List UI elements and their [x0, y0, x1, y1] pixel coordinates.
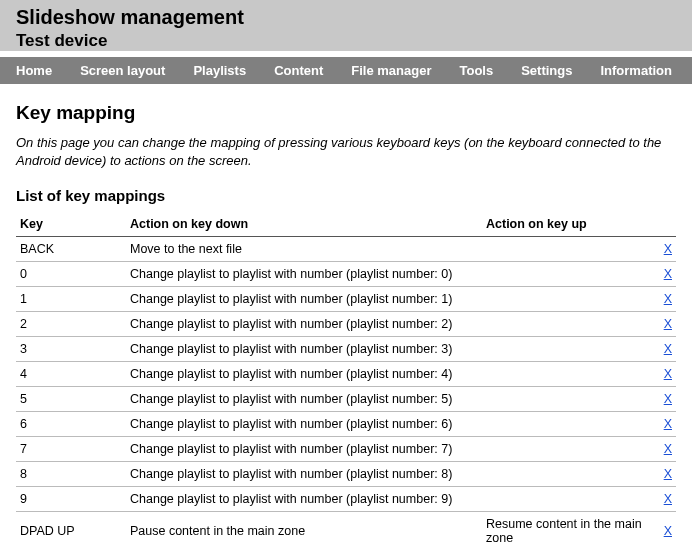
nav-content[interactable]: Content	[274, 63, 323, 78]
cell-action-up	[482, 437, 652, 462]
cell-delete: X	[652, 362, 676, 387]
delete-link[interactable]: X	[664, 292, 672, 306]
table-row: BACKMove to the next fileX	[16, 237, 676, 262]
cell-delete: X	[652, 387, 676, 412]
cell-delete: X	[652, 287, 676, 312]
nav-screen-layout[interactable]: Screen layout	[80, 63, 165, 78]
table-row: 7Change playlist to playlist with number…	[16, 437, 676, 462]
table-row: 5Change playlist to playlist with number…	[16, 387, 676, 412]
table-row: 8Change playlist to playlist with number…	[16, 462, 676, 487]
col-header-up: Action on key up	[482, 212, 652, 237]
cell-action-up	[482, 287, 652, 312]
cell-action-down: Pause content in the main zone	[126, 512, 482, 546]
cell-action-down: Move to the next file	[126, 237, 482, 262]
table-row: 3Change playlist to playlist with number…	[16, 337, 676, 362]
page-intro: On this page you can change the mapping …	[16, 134, 676, 169]
delete-link[interactable]: X	[664, 417, 672, 431]
key-mapping-table: Key Action on key down Action on key up …	[16, 212, 676, 546]
nav-playlists[interactable]: Playlists	[193, 63, 246, 78]
cell-action-down: Change playlist to playlist with number …	[126, 337, 482, 362]
cell-action-down: Change playlist to playlist with number …	[126, 312, 482, 337]
page-title: Key mapping	[16, 102, 676, 124]
cell-action-down: Change playlist to playlist with number …	[126, 262, 482, 287]
cell-action-up	[482, 362, 652, 387]
table-row: 2Change playlist to playlist with number…	[16, 312, 676, 337]
cell-key: 7	[16, 437, 126, 462]
cell-key: 8	[16, 462, 126, 487]
cell-delete: X	[652, 437, 676, 462]
delete-link[interactable]: X	[664, 524, 672, 538]
cell-delete: X	[652, 487, 676, 512]
cell-action-up	[482, 387, 652, 412]
list-title: List of key mappings	[16, 187, 676, 204]
cell-key: BACK	[16, 237, 126, 262]
table-row: 0Change playlist to playlist with number…	[16, 262, 676, 287]
main-nav: Home Screen layout Playlists Content Fil…	[0, 57, 692, 84]
delete-link[interactable]: X	[664, 317, 672, 331]
table-row: DPAD UPPause content in the main zoneRes…	[16, 512, 676, 546]
cell-action-up	[482, 412, 652, 437]
cell-action-up	[482, 337, 652, 362]
delete-link[interactable]: X	[664, 267, 672, 281]
table-row: 1Change playlist to playlist with number…	[16, 287, 676, 312]
cell-key: 6	[16, 412, 126, 437]
nav-home[interactable]: Home	[16, 63, 52, 78]
cell-action-down: Change playlist to playlist with number …	[126, 487, 482, 512]
nav-file-manager[interactable]: File manager	[351, 63, 431, 78]
cell-action-up	[482, 487, 652, 512]
delete-link[interactable]: X	[664, 467, 672, 481]
table-row: 4Change playlist to playlist with number…	[16, 362, 676, 387]
col-header-down: Action on key down	[126, 212, 482, 237]
delete-link[interactable]: X	[664, 242, 672, 256]
nav-settings[interactable]: Settings	[521, 63, 572, 78]
cell-delete: X	[652, 462, 676, 487]
cell-key: 2	[16, 312, 126, 337]
delete-link[interactable]: X	[664, 492, 672, 506]
header-block: Slideshow management Test device	[0, 0, 692, 51]
cell-action-down: Change playlist to playlist with number …	[126, 412, 482, 437]
cell-action-up	[482, 312, 652, 337]
app-title: Slideshow management	[16, 6, 676, 29]
cell-action-up	[482, 262, 652, 287]
cell-action-up	[482, 462, 652, 487]
cell-action-up: Resume content in the main zone	[482, 512, 652, 546]
cell-delete: X	[652, 237, 676, 262]
device-title: Test device	[16, 31, 676, 51]
cell-key: 3	[16, 337, 126, 362]
nav-information[interactable]: Information	[600, 63, 672, 78]
nav-tools[interactable]: Tools	[459, 63, 493, 78]
cell-key: 4	[16, 362, 126, 387]
delete-link[interactable]: X	[664, 442, 672, 456]
col-header-key: Key	[16, 212, 126, 237]
cell-key: 5	[16, 387, 126, 412]
cell-delete: X	[652, 512, 676, 546]
table-row: 6Change playlist to playlist with number…	[16, 412, 676, 437]
cell-key: DPAD UP	[16, 512, 126, 546]
cell-action-down: Change playlist to playlist with number …	[126, 462, 482, 487]
cell-delete: X	[652, 262, 676, 287]
cell-key: 9	[16, 487, 126, 512]
cell-delete: X	[652, 412, 676, 437]
cell-action-down: Change playlist to playlist with number …	[126, 362, 482, 387]
delete-link[interactable]: X	[664, 367, 672, 381]
cell-action-down: Change playlist to playlist with number …	[126, 287, 482, 312]
main-content: Key mapping On this page you can change …	[0, 84, 692, 546]
delete-link[interactable]: X	[664, 342, 672, 356]
cell-delete: X	[652, 312, 676, 337]
cell-action-down: Change playlist to playlist with number …	[126, 437, 482, 462]
cell-key: 1	[16, 287, 126, 312]
col-header-del	[652, 212, 676, 237]
cell-key: 0	[16, 262, 126, 287]
cell-action-up	[482, 237, 652, 262]
cell-delete: X	[652, 337, 676, 362]
cell-action-down: Change playlist to playlist with number …	[126, 387, 482, 412]
delete-link[interactable]: X	[664, 392, 672, 406]
table-row: 9Change playlist to playlist with number…	[16, 487, 676, 512]
